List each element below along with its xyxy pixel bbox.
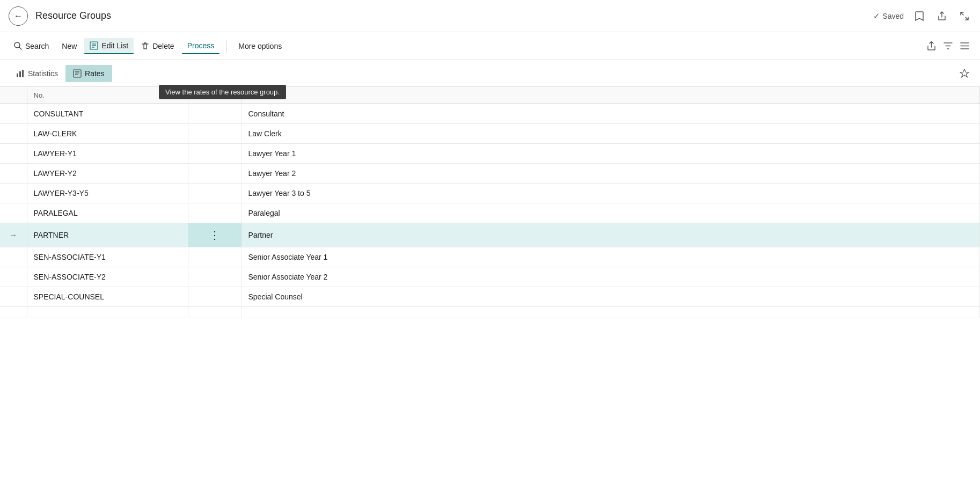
cell-mid [188, 203, 242, 223]
process-label: Process [187, 41, 215, 50]
back-icon: ← [14, 11, 23, 21]
cell-name [242, 307, 980, 318]
process-button[interactable]: Process [182, 38, 220, 54]
cell-name: Senior Associate Year 1 [242, 247, 980, 267]
bookmark-button[interactable] [912, 9, 926, 24]
saved-label-text: Saved [882, 12, 904, 20]
cell-arrow [0, 307, 27, 318]
delete-label: Delete [152, 42, 174, 50]
svg-line-1 [19, 47, 21, 49]
table-row[interactable]: PARALEGALParalegal [0, 203, 980, 223]
more-options-label: More options [238, 42, 282, 50]
new-label: New [62, 42, 77, 50]
search-label: Search [25, 42, 49, 50]
svg-rect-11 [22, 70, 24, 77]
cell-code: SEN-ASSOCIATE-Y1 [27, 247, 188, 267]
statistics-icon [16, 69, 25, 78]
table-row[interactable]: LAWYER-Y3-Y5Lawyer Year 3 to 5 [0, 184, 980, 203]
header-bar: ← Resource Groups ✓ Saved [0, 0, 980, 32]
tab-statistics[interactable]: Statistics [9, 65, 65, 82]
delete-button[interactable]: Delete [136, 39, 179, 54]
check-icon: ✓ [873, 11, 880, 21]
col-header-name: Name [242, 87, 980, 104]
cell-mid [188, 184, 242, 203]
table-row[interactable]: SEN-ASSOCIATE-Y2Senior Associate Year 2 [0, 267, 980, 287]
list-view-button[interactable] [958, 39, 971, 53]
cell-arrow [0, 247, 27, 267]
tab-statistics-label: Statistics [28, 69, 58, 78]
edit-list-icon [90, 41, 98, 50]
table-row[interactable]: LAWYER-Y1Lawyer Year 1 [0, 144, 980, 164]
cell-code: LAW-CLERK [27, 124, 188, 144]
cell-code [27, 307, 188, 318]
cell-arrow [0, 267, 27, 287]
col-header-arrow [0, 87, 27, 104]
cell-mid [188, 144, 242, 164]
svg-rect-12 [74, 70, 81, 77]
cell-mid [188, 104, 242, 124]
table-row[interactable]: LAWYER-Y2Lawyer Year 2 [0, 164, 980, 184]
svg-rect-9 [17, 74, 18, 77]
edit-list-button[interactable]: Edit List [84, 38, 134, 54]
cell-name: Law Clerk [242, 124, 980, 144]
cell-name: Lawyer Year 2 [242, 164, 980, 184]
cell-code: CONSULTANT [27, 104, 188, 124]
cell-mid [188, 124, 242, 144]
tooltip-text: View the rates of the resource group. [165, 88, 280, 96]
toolbar-right [925, 39, 971, 53]
cell-name: Lawyer Year 1 [242, 144, 980, 164]
search-button[interactable]: Search [9, 39, 54, 54]
table-row[interactable]: SEN-ASSOCIATE-Y1Senior Associate Year 1 [0, 247, 980, 267]
pin-button[interactable] [957, 67, 971, 80]
tab-rates[interactable]: Rates [65, 65, 112, 82]
table-row[interactable] [0, 307, 980, 318]
cell-arrow [0, 164, 27, 184]
cell-code: SEN-ASSOCIATE-Y2 [27, 267, 188, 287]
rates-icon [73, 69, 82, 78]
search-icon [14, 42, 22, 50]
list-view-icon [960, 41, 969, 50]
cell-name: Senior Associate Year 2 [242, 267, 980, 287]
resource-groups-table: No. Name CONSULTANTConsultantLAW-CLERKLa… [0, 87, 980, 318]
back-button[interactable]: ← [9, 6, 28, 26]
cell-mid [188, 164, 242, 184]
table-body: CONSULTANTConsultantLAW-CLERKLaw ClerkLA… [0, 104, 980, 318]
svg-rect-10 [19, 71, 21, 77]
cell-arrow [0, 144, 27, 164]
tooltip: View the rates of the resource group. [159, 85, 286, 99]
cell-code: PARALEGAL [27, 203, 188, 223]
cell-name: Paralegal [242, 203, 980, 223]
filter-button[interactable] [941, 39, 955, 53]
cell-code: PARTNER [27, 223, 188, 247]
cell-code: LAWYER-Y1 [27, 144, 188, 164]
cell-mid [188, 307, 242, 318]
delete-icon [141, 42, 149, 50]
share-button[interactable] [935, 9, 949, 23]
toolbar-share-button[interactable] [925, 39, 938, 53]
table-row[interactable]: SPECIAL-COUNSELSpecial Counsel [0, 287, 980, 307]
table-header-row: No. Name [0, 87, 980, 104]
cell-code: LAWYER-Y2 [27, 164, 188, 184]
toolbar: Search New Edit List Delete Process More… [0, 32, 980, 60]
filter-icon [944, 41, 953, 50]
view-tabs: Statistics Rates View the rates of the r… [0, 60, 980, 87]
toolbar-separator [226, 40, 226, 53]
toolbar-share-icon [927, 41, 936, 50]
new-button[interactable]: New [56, 39, 82, 54]
cell-name: Special Counsel [242, 287, 980, 307]
more-options-button[interactable]: More options [233, 39, 287, 54]
expand-button[interactable] [957, 9, 971, 23]
cell-mid[interactable]: ⋮ [188, 223, 242, 247]
cell-mid [188, 267, 242, 287]
cell-mid [188, 247, 242, 267]
bookmark-icon [915, 11, 924, 21]
cell-name: Partner [242, 223, 980, 247]
edit-list-label: Edit List [101, 41, 128, 50]
table-row[interactable]: CONSULTANTConsultant [0, 104, 980, 124]
saved-status: ✓ Saved [873, 11, 904, 21]
table-row[interactable]: →PARTNER⋮Partner [0, 223, 980, 247]
table-row[interactable]: LAW-CLERKLaw Clerk [0, 124, 980, 144]
cell-mid [188, 287, 242, 307]
header-actions: ✓ Saved [873, 9, 971, 24]
cell-arrow [0, 287, 27, 307]
